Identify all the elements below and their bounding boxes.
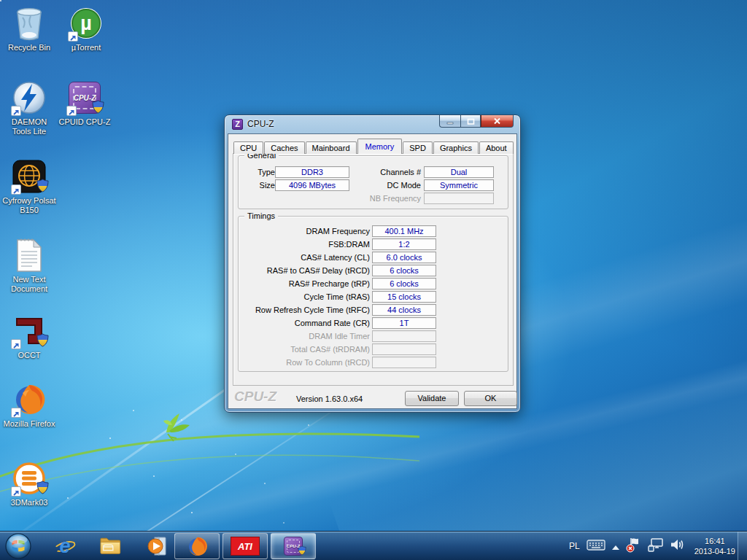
row-to-column-field	[372, 357, 436, 368]
timing-row: DRAM Frequency 400.1 MHz	[239, 225, 508, 238]
tab-about[interactable]: About	[479, 141, 514, 154]
icon-label: 3DMark03	[11, 498, 48, 508]
taskbar-cpuz-button[interactable]: CPU-Z	[271, 533, 316, 559]
desktop-icon-new-text-document[interactable]: New Text Document	[1, 238, 57, 294]
windows-explorer-icon[interactable]	[100, 535, 122, 557]
cycle-time-field[interactable]: 15 clocks	[372, 291, 436, 303]
dc-mode-label: DC Mode	[341, 181, 421, 190]
timing-row: DRAM Idle Timer	[239, 330, 508, 343]
version-text: Version 1.63.0.x64	[296, 394, 363, 403]
timing-row: Row Refresh Cycle Time (tRFC) 44 clocks	[239, 304, 508, 316]
tab-cpu[interactable]: CPU	[233, 141, 263, 154]
desktop-icon-recycle-bin[interactable]: Recycle Bin	[1, 6, 57, 52]
desktop-icon-3dmark03[interactable]: 3DMark03	[1, 461, 57, 508]
shortcut-arrow-icon	[11, 339, 21, 349]
icon-label: DAEMON Tools Lite	[1, 117, 57, 136]
size-label: Size	[243, 181, 275, 190]
dc-mode-field[interactable]: Symmetric	[424, 179, 494, 191]
dram-frequency-field[interactable]: 400.1 MHz	[372, 225, 436, 237]
action-center-icon[interactable]	[626, 537, 641, 556]
cas-latency-label: CAS# Latency (CL)	[244, 253, 370, 262]
maximize-button[interactable]	[460, 115, 481, 128]
type-field[interactable]: DDR3	[275, 166, 349, 178]
shortcut-arrow-icon	[11, 486, 21, 497]
timing-row: Cycle Time (tRAS) 15 clocks	[239, 291, 508, 303]
channels-field[interactable]: Dual	[424, 166, 494, 178]
timings-legend: Timings	[244, 211, 278, 220]
taskbar-firefox-button[interactable]	[174, 533, 220, 559]
window-titlebar[interactable]: Z CPU-Z	[225, 115, 520, 133]
command-rate-field[interactable]: 1T	[372, 317, 436, 329]
language-indicator[interactable]: PL	[569, 541, 580, 551]
shortcut-arrow-icon	[11, 106, 21, 116]
utorrent-mu-glyph: µ	[80, 14, 92, 34]
cyfrowy-polsat-icon	[12, 159, 47, 194]
ati-icon: ATI	[231, 537, 260, 556]
volume-icon[interactable]	[670, 538, 685, 554]
cycle-time-label: Cycle Time (tRAS)	[244, 292, 370, 301]
ras-to-cas-label: RAS# to CAS# Delay (tRCD)	[244, 266, 370, 275]
desktop: Recycle Bin µ µTorrent DAEMON Too	[0, 0, 747, 560]
desktop-icon-firefox[interactable]: Mozilla Firefox	[1, 382, 57, 429]
media-player-icon[interactable]	[146, 535, 168, 557]
cpuz-chip-text: CPU-Z	[74, 94, 96, 102]
text-document-icon	[12, 238, 47, 273]
minimize-button[interactable]	[439, 115, 460, 128]
uac-shield-icon	[92, 100, 104, 117]
general-groupbox: General Type DDR3 Channels # Dual Size 4…	[238, 155, 508, 209]
firefox-icon	[12, 382, 47, 417]
ras-to-cas-field[interactable]: 6 clocks	[372, 265, 436, 276]
icon-label: OCCT	[18, 351, 40, 360]
desktop-icon-cyfrowy-polsat[interactable]: Cyfrowy Polsat B150	[1, 159, 57, 215]
desktop-icon-daemon-tools[interactable]: DAEMON Tools Lite	[1, 80, 57, 136]
hidden-icons-chevron[interactable]	[612, 540, 619, 553]
desktop-icon-cpuid-cpuz[interactable]: CPU-Z CPUID CPU-Z	[57, 80, 112, 127]
shortcut-arrow-icon	[11, 184, 21, 195]
icon-label: µTorrent	[71, 43, 101, 52]
close-button[interactable]	[481, 115, 514, 128]
window-title: CPU-Z	[247, 119, 274, 129]
taskbar-ati-button[interactable]: ATI	[222, 533, 268, 559]
dram-frequency-label: DRAM Frequency	[244, 227, 370, 236]
taskbar-clock[interactable]: 16:41 2013-04-19	[694, 536, 735, 556]
icon-label: Recycle Bin	[8, 43, 50, 52]
tab-memory[interactable]: Memory	[357, 139, 403, 154]
total-cas-field	[372, 343, 436, 355]
recycle-bin-icon	[12, 6, 47, 41]
type-label: Type	[243, 168, 275, 176]
ras-precharge-field[interactable]: 6 clocks	[372, 278, 436, 289]
nb-frequency-label: NB Frequency	[341, 194, 421, 203]
desktop-icon-utorrent[interactable]: µ µTorrent	[58, 6, 114, 52]
cpuz-window: Z CPU-Z CPU Caches Mainboard Memory	[224, 114, 521, 413]
cpuz-chip-icon: CPU-Z	[67, 80, 102, 115]
network-icon[interactable]	[648, 538, 664, 555]
row-to-column-label: Row To Column (tRCD)	[244, 358, 370, 367]
row-refresh-cycle-field[interactable]: 44 clocks	[372, 304, 436, 316]
fsb-dram-label: FSB:DRAM	[244, 240, 370, 249]
channels-label: Channels #	[341, 168, 421, 176]
ok-button[interactable]: OK	[464, 391, 517, 406]
daemon-tools-icon	[12, 80, 47, 115]
dram-idle-timer-field	[372, 330, 436, 342]
start-button[interactable]	[5, 533, 31, 559]
fsb-dram-field[interactable]: 1:2	[372, 238, 436, 250]
taskbar: e	[0, 531, 747, 560]
keyboard-icon[interactable]	[587, 539, 605, 554]
command-rate-label: Command Rate (CR)	[244, 319, 370, 327]
tab-spd[interactable]: SPD	[403, 141, 433, 154]
timing-row: RAS# to CAS# Delay (tRCD) 6 clocks	[239, 265, 508, 277]
occt-icon	[12, 314, 47, 349]
window-client-area: CPU Caches Mainboard Memory SPD Graphics…	[228, 133, 517, 409]
timing-row: FSB:DRAM 1:2	[239, 238, 508, 251]
show-desktop-button[interactable]	[738, 532, 747, 560]
size-field[interactable]: 4096 MBytes	[275, 179, 349, 191]
tab-caches[interactable]: Caches	[264, 141, 304, 154]
tab-mainboard[interactable]: Mainboard	[306, 141, 357, 154]
icon-label: Mozilla Firefox	[4, 419, 55, 429]
validate-button[interactable]: Validate	[405, 391, 459, 406]
internet-explorer-icon[interactable]: e	[54, 535, 76, 557]
dram-idle-timer-label: DRAM Idle Timer	[244, 332, 370, 341]
desktop-icon-occt[interactable]: OCCT	[1, 314, 57, 360]
tab-graphics[interactable]: Graphics	[433, 141, 479, 154]
cas-latency-field[interactable]: 6.0 clocks	[372, 252, 436, 263]
